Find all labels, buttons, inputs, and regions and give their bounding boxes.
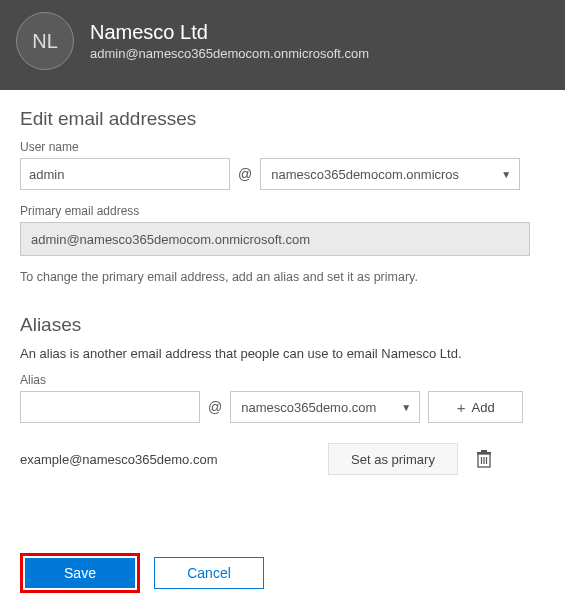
primary-email-value: admin@namesco365democom.onmicrosoft.com bbox=[31, 232, 310, 247]
at-symbol: @ bbox=[238, 166, 252, 182]
set-primary-button[interactable]: Set as primary bbox=[328, 443, 458, 475]
plus-icon: + bbox=[457, 399, 466, 416]
save-button[interactable]: Save bbox=[25, 558, 135, 588]
header-subtitle: admin@namesco365democom.onmicrosoft.com bbox=[90, 46, 369, 61]
primary-email-label: Primary email address bbox=[20, 204, 545, 218]
primary-email-field: admin@namesco365democom.onmicrosoft.com bbox=[20, 222, 530, 256]
at-symbol-alias: @ bbox=[208, 399, 222, 415]
cancel-button[interactable]: Cancel bbox=[154, 557, 264, 589]
add-button-label: Add bbox=[472, 400, 495, 415]
aliases-description: An alias is another email address that p… bbox=[20, 346, 545, 361]
primary-email-hint: To change the primary email address, add… bbox=[20, 270, 545, 284]
header-text: Namesco Ltd admin@namesco365democom.onmi… bbox=[90, 21, 369, 61]
set-primary-label: Set as primary bbox=[351, 452, 435, 467]
edit-section-title: Edit email addresses bbox=[20, 108, 545, 130]
trash-icon[interactable] bbox=[476, 450, 492, 468]
username-input[interactable] bbox=[20, 158, 230, 190]
chevron-down-icon: ▼ bbox=[401, 402, 411, 413]
alias-label: Alias bbox=[20, 373, 545, 387]
username-domain-select[interactable]: namesco365democom.onmicros ▼ bbox=[260, 158, 520, 190]
add-alias-button[interactable]: + Add bbox=[428, 391, 523, 423]
svg-rect-5 bbox=[481, 450, 487, 452]
alias-domain-value: namesco365demo.com bbox=[241, 400, 376, 415]
alias-email: example@namesco365demo.com bbox=[20, 452, 310, 467]
save-highlight: Save bbox=[20, 553, 140, 593]
alias-input[interactable] bbox=[20, 391, 200, 423]
page-title: Namesco Ltd bbox=[90, 21, 369, 44]
alias-domain-select[interactable]: namesco365demo.com ▼ bbox=[230, 391, 420, 423]
username-domain-value: namesco365democom.onmicros bbox=[271, 167, 459, 182]
footer-actions: Save Cancel bbox=[0, 533, 565, 611]
svg-rect-4 bbox=[477, 452, 491, 454]
aliases-section-title: Aliases bbox=[20, 314, 545, 336]
avatar-initials: NL bbox=[32, 30, 58, 53]
username-label: User name bbox=[20, 140, 545, 154]
avatar: NL bbox=[16, 12, 74, 70]
user-header: NL Namesco Ltd admin@namesco365democom.o… bbox=[0, 0, 565, 90]
alias-list-item: example@namesco365demo.com Set as primar… bbox=[20, 443, 545, 475]
chevron-down-icon: ▼ bbox=[501, 169, 511, 180]
